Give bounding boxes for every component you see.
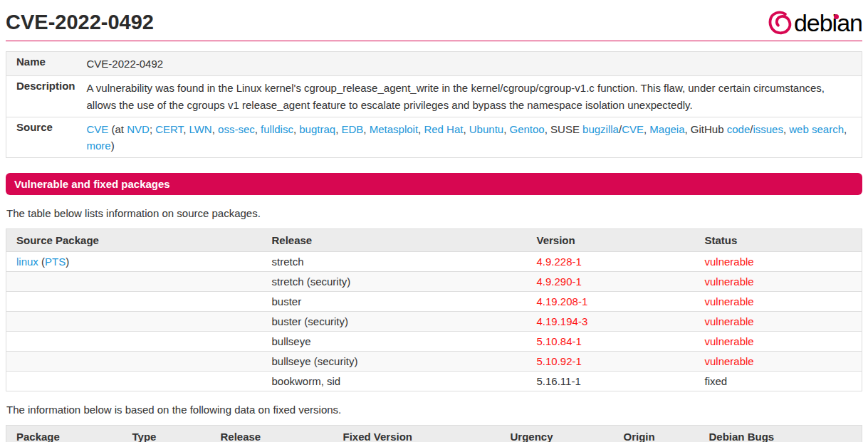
debian-logo-text: debian <box>794 11 862 35</box>
source-link-edb[interactable]: EDB <box>342 123 364 135</box>
source-separator-text: , <box>335 123 341 135</box>
column-header-origin: Origin <box>614 426 699 442</box>
cell-source-package <box>6 292 262 312</box>
source-separator-text: (at <box>108 123 127 135</box>
column-header-urgency: Urgency <box>501 426 614 442</box>
column-header-status: Status <box>695 229 862 252</box>
cell-release: bullseye <box>262 332 527 352</box>
section-banner-vulnerable-fixed-packages: Vulnerable and fixed packages <box>6 173 862 195</box>
column-header-package: Package <box>6 426 122 442</box>
source-link-code[interactable]: code <box>727 123 751 135</box>
cell-status: vulnerable <box>695 332 862 352</box>
source-link-issues[interactable]: issues <box>753 123 783 135</box>
source-package-row: linux (PTS)stretch4.9.228-1vulnerable <box>6 252 862 272</box>
cell-source-package <box>6 312 262 332</box>
source-separator-text: , <box>363 123 369 135</box>
source-separator-text: , <box>255 123 261 135</box>
details-value-source: CVE (at NVD; CERT, LWN, oss-sec, fulldis… <box>81 117 862 158</box>
source-separator-text: , <box>212 123 218 135</box>
cell-source-package <box>6 372 262 391</box>
source-packages-header-row: Source PackageReleaseVersionStatus <box>6 229 862 252</box>
details-row-description: DescriptionA vulnerability was found in … <box>6 76 862 117</box>
cell-status: vulnerable <box>695 312 862 332</box>
source-link-bugzilla[interactable]: bugzilla <box>582 123 619 135</box>
cell-release: bullseye (security) <box>262 352 527 372</box>
source-packages-table: Source PackageReleaseVersionStatus linux… <box>6 228 862 391</box>
page-title: CVE-2022-0492 <box>6 11 154 34</box>
pts-link[interactable]: PTS <box>45 256 66 268</box>
source-link-nvd[interactable]: NVD <box>127 123 150 135</box>
source-separator-text: , GitHub <box>685 123 727 135</box>
source-link-cert[interactable]: CERT <box>155 123 183 135</box>
source-package-row: bookworm, sid5.16.11-1fixed <box>6 372 862 391</box>
column-header-fixed-version: Fixed Version <box>333 426 501 442</box>
details-label-name: Name <box>6 52 81 76</box>
cell-status: vulnerable <box>695 252 862 272</box>
cell-version: 5.16.11-1 <box>527 372 695 391</box>
source-link-web-search[interactable]: web search <box>789 123 844 135</box>
source-link-gentoo[interactable]: Gentoo <box>510 123 545 135</box>
package-paren-text: ) <box>66 256 69 268</box>
accent-rule <box>6 41 862 41</box>
source-link-mageia[interactable]: Mageia <box>649 123 684 135</box>
cell-version: 4.9.290-1 <box>527 272 695 292</box>
fixed-versions-table: PackageTypeReleaseFixed VersionUrgencyOr… <box>6 425 862 442</box>
source-link-lwn[interactable]: LWN <box>189 123 211 135</box>
details-label-description: Description <box>6 76 81 117</box>
source-packages-intro: The table below lists information on sou… <box>6 207 862 219</box>
source-link-fulldisc[interactable]: fulldisc <box>261 123 293 135</box>
source-separator-text: , <box>503 123 509 135</box>
source-link-more[interactable]: more <box>87 140 111 152</box>
cell-version: 4.19.194-3 <box>527 312 695 332</box>
source-package-row: stretch (security)4.9.290-1vulnerable <box>6 272 862 292</box>
cve-details-table: NameCVE-2022-0492DescriptionA vulnerabil… <box>6 51 862 158</box>
cell-release: buster (security) <box>262 312 527 332</box>
cell-status: vulnerable <box>695 292 862 312</box>
cell-version: 4.9.228-1 <box>527 252 695 272</box>
cell-version: 4.19.208-1 <box>527 292 695 312</box>
source-link-bugtraq[interactable]: bugtraq <box>299 123 335 135</box>
details-value-name: CVE-2022-0492 <box>81 52 862 76</box>
column-header-type: Type <box>122 426 211 442</box>
column-header-version: Version <box>527 229 695 252</box>
cell-source-package <box>6 352 262 372</box>
source-package-row: bullseye5.10.84-1vulnerable <box>6 332 862 352</box>
source-separator-text: , <box>844 123 847 135</box>
cell-release: bookworm, sid <box>262 372 527 391</box>
source-link-cve[interactable]: CVE <box>622 123 644 135</box>
details-value-description: A vulnerability was found in the Linux k… <box>81 76 862 117</box>
package-link-linux[interactable]: linux <box>16 256 38 268</box>
cell-source-package: linux (PTS) <box>6 252 262 272</box>
source-link-oss-sec[interactable]: oss-sec <box>218 123 255 135</box>
cell-version: 5.10.92-1 <box>527 352 695 372</box>
details-row-source: SourceCVE (at NVD; CERT, LWN, oss-sec, f… <box>6 117 862 158</box>
source-separator-text: ; <box>150 123 155 135</box>
package-paren-text: ( <box>38 256 45 268</box>
page-header: CVE-2022-0492 debian <box>6 6 862 41</box>
cell-source-package <box>6 332 262 352</box>
source-link-cve[interactable]: CVE <box>87 123 109 135</box>
source-separator-text: , <box>463 123 469 135</box>
details-label-source: Source <box>6 117 81 158</box>
fixed-versions-intro: The information below is based on the fo… <box>6 404 862 416</box>
cell-status: vulnerable <box>695 272 862 292</box>
column-header-debian-bugs: Debian Bugs <box>699 426 862 442</box>
source-package-row: buster4.19.208-1vulnerable <box>6 292 862 312</box>
cell-release: stretch <box>262 252 527 272</box>
details-row-name: NameCVE-2022-0492 <box>6 52 862 76</box>
cell-release: buster <box>262 292 527 312</box>
column-header-release: Release <box>211 426 333 442</box>
cell-release: stretch (security) <box>262 272 527 292</box>
source-link-metasploit[interactable]: Metasploit <box>370 123 418 135</box>
source-link-ubuntu[interactable]: Ubuntu <box>469 123 503 135</box>
source-link-red-hat[interactable]: Red Hat <box>424 123 463 135</box>
column-header-release: Release <box>262 229 527 252</box>
source-package-row: buster (security)4.19.194-3vulnerable <box>6 312 862 332</box>
debian-logo[interactable]: debian <box>766 9 862 37</box>
cell-status: fixed <box>695 372 862 391</box>
source-separator-text: , SUSE <box>545 123 582 135</box>
fixed-versions-header-row: PackageTypeReleaseFixed VersionUrgencyOr… <box>6 426 862 442</box>
debian-swirl-icon <box>766 9 793 37</box>
source-separator-text: ) <box>111 140 115 152</box>
column-header-source-package: Source Package <box>6 229 262 252</box>
